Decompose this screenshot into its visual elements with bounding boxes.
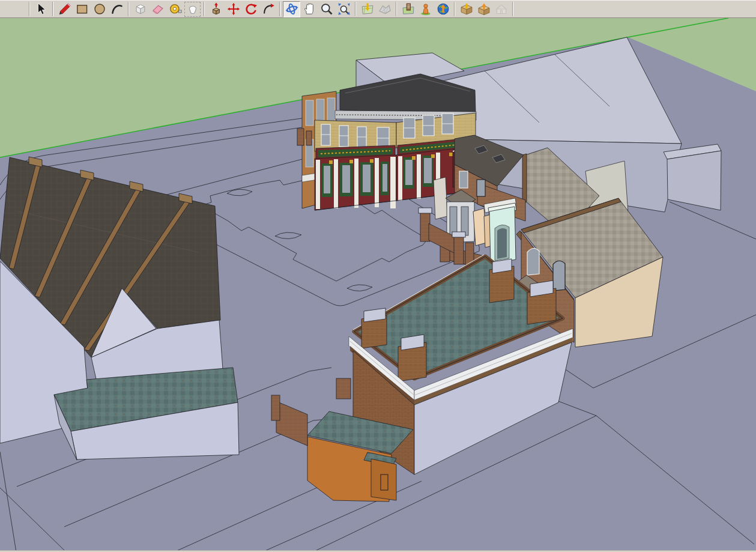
circle-tool-button[interactable] <box>91 1 108 17</box>
model-scene[interactable] <box>0 18 756 550</box>
google-earth-tool-button[interactable] <box>434 1 452 17</box>
toolbar-separator <box>204 2 205 16</box>
share-model-tool-button[interactable] <box>475 1 492 17</box>
rectangle-tool-button[interactable] <box>73 1 91 17</box>
follow-me-tool-button[interactable] <box>259 1 277 17</box>
zoom-extents-tool-button[interactable] <box>335 1 352 17</box>
rotate-tool-button[interactable] <box>242 1 259 17</box>
sketchup-window <box>0 0 756 552</box>
toolbar-separator <box>355 2 356 16</box>
tape-measure-tool-button[interactable] <box>166 1 184 17</box>
zoom-tool-button[interactable] <box>318 1 335 17</box>
add-building-tool-button[interactable] <box>417 1 434 17</box>
toolbar-separator <box>52 2 53 16</box>
toolbar-separator <box>396 2 397 16</box>
toolbar-separator <box>29 2 30 16</box>
share-component-tool-button[interactable] <box>492 1 510 17</box>
get-models-tool-button[interactable] <box>458 1 475 17</box>
paint-bucket-tool-button[interactable] <box>184 1 201 17</box>
move-tool-button[interactable] <box>225 1 242 17</box>
pan-tool-button[interactable] <box>300 1 318 17</box>
push-pull-tool-button[interactable] <box>207 1 225 17</box>
arc-tool-button[interactable] <box>108 1 125 17</box>
toggle-terrain-tool-button[interactable] <box>376 1 393 17</box>
toolbar-spacer <box>0 1 26 17</box>
eraser-tool-button[interactable] <box>149 1 166 17</box>
toolbar-separator <box>279 2 280 16</box>
photo-textures-tool-button[interactable] <box>399 1 417 17</box>
3d-viewport[interactable] <box>0 18 756 550</box>
add-location-tool-button[interactable] <box>358 1 376 17</box>
line-tool-button[interactable] <box>56 1 73 17</box>
orbit-tool-button[interactable] <box>283 1 300 17</box>
make-component-tool-button[interactable] <box>132 1 149 17</box>
toolbar-separator <box>454 2 455 16</box>
main-toolbar <box>0 0 756 18</box>
select-tool-button[interactable] <box>32 1 50 17</box>
toolbar-separator <box>512 2 513 16</box>
toolbar-separator <box>128 2 129 16</box>
